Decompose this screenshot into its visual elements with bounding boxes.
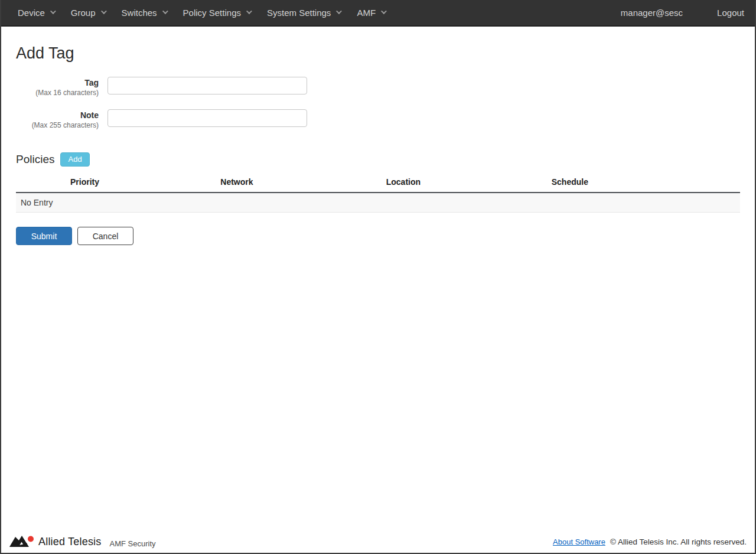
product-name: AMF Security bbox=[110, 539, 156, 548]
nav-item-system-settings[interactable]: System Settings bbox=[259, 0, 348, 25]
tag-label-block: Tag (Max 16 characters) bbox=[16, 77, 99, 97]
chevron-down-icon bbox=[162, 8, 168, 14]
footer-brand-block: Allied Telesis AMF Security bbox=[9, 535, 553, 548]
note-label-hint: (Max 255 characters) bbox=[16, 120, 99, 130]
chevron-down-icon bbox=[101, 8, 107, 14]
note-label: Note bbox=[16, 110, 99, 120]
nav-item-switches[interactable]: Switches bbox=[113, 0, 175, 25]
nav-item-label: Group bbox=[71, 8, 96, 18]
chevron-down-icon bbox=[246, 8, 252, 14]
app-window: Device Group Switches Policy Settings Sy… bbox=[0, 0, 756, 554]
policies-table: Priority Network Location Schedule No En… bbox=[16, 175, 740, 213]
logged-in-user: manager@sesc bbox=[615, 8, 689, 18]
column-header-actions bbox=[653, 175, 740, 193]
note-input[interactable] bbox=[107, 109, 307, 127]
nav-menu: Device Group Switches Policy Settings Sy… bbox=[9, 0, 615, 25]
submit-button[interactable]: Submit bbox=[16, 227, 72, 245]
note-label-block: Note (Max 255 characters) bbox=[16, 109, 99, 130]
cancel-button[interactable]: Cancel bbox=[77, 227, 133, 245]
page-footer: Allied Telesis AMF Security About Softwa… bbox=[1, 534, 755, 553]
allied-telesis-logo-icon bbox=[9, 535, 34, 548]
nav-right: manager@sesc Logout bbox=[615, 8, 747, 18]
about-software-link[interactable]: About Software bbox=[553, 537, 605, 546]
form-actions: Submit Cancel bbox=[16, 227, 740, 245]
tag-label-hint: (Max 16 characters) bbox=[16, 88, 99, 97]
copyright-text: © Allied Telesis Inc. All rights reserve… bbox=[610, 537, 747, 546]
nav-item-label: Policy Settings bbox=[183, 8, 241, 18]
nav-item-policy-settings[interactable]: Policy Settings bbox=[175, 0, 259, 25]
policies-table-header-row: Priority Network Location Schedule bbox=[16, 175, 740, 193]
page-title: Add Tag bbox=[16, 44, 740, 63]
logout-button[interactable]: Logout bbox=[715, 8, 747, 18]
nav-item-label: Device bbox=[18, 8, 45, 18]
no-entry-cell: No Entry bbox=[16, 193, 740, 213]
note-form-row: Note (Max 255 characters) bbox=[16, 109, 740, 130]
column-header-location: Location bbox=[320, 175, 487, 193]
brand-name: Allied Telesis bbox=[38, 536, 102, 548]
nav-item-device[interactable]: Device bbox=[9, 0, 63, 25]
column-header-priority: Priority bbox=[16, 175, 154, 193]
column-header-schedule: Schedule bbox=[487, 175, 653, 193]
tag-form-row: Tag (Max 16 characters) bbox=[16, 77, 740, 97]
chevron-down-icon bbox=[50, 8, 56, 14]
nav-item-group[interactable]: Group bbox=[63, 0, 113, 25]
policies-header: Policies Add bbox=[16, 152, 740, 167]
add-policy-button[interactable]: Add bbox=[60, 152, 89, 167]
top-navbar: Device Group Switches Policy Settings Sy… bbox=[1, 0, 755, 27]
main-content: Add Tag Tag (Max 16 characters) Note (Ma… bbox=[1, 27, 755, 534]
nav-item-label: AMF bbox=[357, 8, 376, 18]
empty-table-row: No Entry bbox=[16, 193, 740, 213]
tag-input[interactable] bbox=[107, 77, 307, 94]
chevron-down-icon bbox=[381, 8, 387, 14]
nav-item-label: Switches bbox=[122, 8, 157, 18]
column-header-network: Network bbox=[154, 175, 320, 193]
tag-label: Tag bbox=[16, 78, 99, 88]
nav-item-amf[interactable]: AMF bbox=[348, 0, 393, 25]
policies-section-title: Policies bbox=[16, 153, 54, 166]
footer-legal-block: About Software © Allied Telesis Inc. All… bbox=[553, 537, 747, 546]
chevron-down-icon bbox=[336, 8, 342, 14]
nav-item-label: System Settings bbox=[267, 8, 331, 18]
